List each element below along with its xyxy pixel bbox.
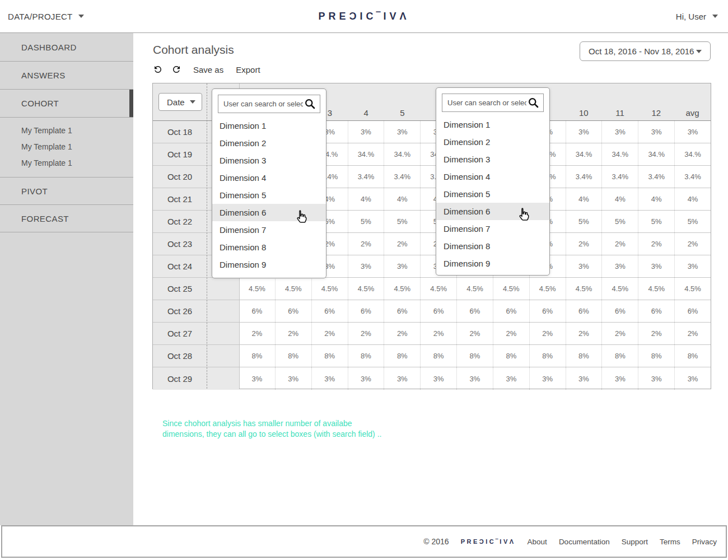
save-as-button[interactable]: Save as bbox=[193, 65, 223, 74]
dropdown-item[interactable]: Dimension 8 bbox=[212, 239, 326, 256]
cell-value: 3% bbox=[529, 367, 566, 390]
project-menu[interactable]: DATA/PROJECT bbox=[8, 0, 84, 32]
row-spacer bbox=[207, 278, 239, 300]
search-input[interactable] bbox=[218, 100, 303, 108]
chevron-down-icon bbox=[78, 15, 84, 18]
dropdown-item[interactable]: Dimension 7 bbox=[212, 221, 326, 239]
column-header: 4 bbox=[348, 108, 384, 118]
annotation-line-2: dimensions, they can all go to select bo… bbox=[162, 429, 381, 440]
cell-value: 8% bbox=[384, 345, 420, 367]
sidebar-item-template-2[interactable]: My Template 1 bbox=[0, 139, 133, 155]
cell-value: 2% bbox=[239, 323, 275, 344]
column-header: 11 bbox=[602, 108, 638, 118]
cell-value: 4.5% bbox=[638, 278, 674, 300]
cell-value: 2% bbox=[601, 323, 638, 344]
undo-icon[interactable] bbox=[153, 64, 163, 74]
sidebar-item-pivot[interactable]: PIVOT bbox=[0, 178, 133, 205]
user-menu[interactable]: Hi, User bbox=[676, 0, 718, 32]
footer-link-terms[interactable]: Terms bbox=[660, 538, 680, 546]
dropdown-search-box[interactable] bbox=[442, 94, 544, 112]
row-date: Oct 24 bbox=[153, 255, 207, 277]
sidebar-templates-group: My Template 1 My Template 1 My Template … bbox=[0, 118, 133, 178]
row-date: Oct 21 bbox=[153, 188, 207, 210]
dropdown-item[interactable]: Dimension 8 bbox=[436, 237, 549, 255]
cell-value: 8% bbox=[456, 345, 493, 367]
export-button[interactable]: Export bbox=[236, 65, 260, 74]
toolbar: Save as Export bbox=[153, 62, 273, 77]
dropdown-item[interactable]: Dimension 5 bbox=[212, 186, 326, 204]
row-date: Oct 23 bbox=[153, 233, 207, 255]
footer-brand-logo: PREƆIC‾IVΛ bbox=[461, 538, 516, 545]
sidebar-item-cohort[interactable]: COHORT bbox=[0, 90, 133, 118]
cell-value: 4.5% bbox=[275, 278, 311, 300]
sidebar-item-label: COHORT bbox=[21, 99, 59, 108]
sidebar-item-template-1[interactable]: My Template 1 bbox=[0, 123, 133, 139]
cell-value: 2% bbox=[384, 233, 420, 255]
cell-value: 3% bbox=[566, 367, 602, 390]
cell-value: 34.% bbox=[638, 143, 674, 165]
dropdown-search-box[interactable] bbox=[218, 95, 320, 113]
dropdown-item[interactable]: Dimension 7 bbox=[436, 220, 549, 237]
dropdown-item[interactable]: Dimension 6 bbox=[212, 204, 326, 221]
cell-value: 2% bbox=[420, 323, 456, 344]
cell-value: 2% bbox=[384, 323, 420, 344]
cell-value: 6% bbox=[456, 300, 493, 322]
cell-value: 3% bbox=[674, 367, 711, 390]
cell-value: 4.5% bbox=[348, 278, 384, 300]
search-icon bbox=[304, 98, 316, 110]
cell-value: 4.5% bbox=[529, 278, 566, 300]
footer-link-support[interactable]: Support bbox=[622, 538, 648, 546]
dropdown-item[interactable]: Dimension 3 bbox=[436, 151, 549, 168]
cell-value: 8% bbox=[674, 345, 711, 367]
row-spacer bbox=[207, 323, 239, 344]
cell-value: 3% bbox=[601, 255, 638, 277]
dropdown-list: Dimension 1Dimension 2Dimension 3Dimensi… bbox=[436, 116, 549, 272]
cell-value: 3% bbox=[384, 121, 420, 143]
row-spacer bbox=[207, 367, 239, 390]
cell-value: 8% bbox=[566, 345, 602, 367]
dropdown-item[interactable]: Dimension 6 bbox=[436, 203, 549, 220]
dropdown-item[interactable]: Dimension 9 bbox=[436, 255, 549, 272]
dropdown-item[interactable]: Dimension 2 bbox=[212, 134, 326, 152]
dropdown-list: Dimension 1Dimension 2Dimension 3Dimensi… bbox=[212, 117, 326, 273]
cell-value: 3% bbox=[311, 367, 348, 390]
cell-value: 2% bbox=[566, 323, 602, 344]
footer-link-about[interactable]: About bbox=[528, 538, 547, 546]
cell-value: 3% bbox=[348, 367, 384, 390]
sidebar-item-dashboard[interactable]: DASHBOARD bbox=[0, 33, 133, 62]
dropdown-item[interactable]: Dimension 1 bbox=[436, 116, 549, 133]
cell-value: 4% bbox=[674, 188, 711, 210]
cell-value: 2% bbox=[348, 233, 384, 255]
sidebar-item-template-3[interactable]: My Template 1 bbox=[0, 155, 133, 171]
cell-value: 4.5% bbox=[566, 278, 602, 300]
redo-icon[interactable] bbox=[171, 64, 181, 74]
cell-value: 2% bbox=[638, 233, 674, 255]
row-date: Oct 18 bbox=[153, 121, 207, 143]
cell-value: 3% bbox=[638, 121, 674, 143]
date-column-dropdown[interactable]: Date bbox=[158, 93, 202, 111]
cell-value: 4% bbox=[566, 188, 602, 210]
cell-value: 8% bbox=[601, 345, 638, 367]
cell-value: 4% bbox=[638, 188, 674, 210]
sidebar-item-forecast[interactable]: FORECAST bbox=[0, 205, 133, 232]
selected-indicator bbox=[129, 90, 133, 117]
cell-value: 6% bbox=[638, 300, 674, 322]
dropdown-item[interactable]: Dimension 2 bbox=[436, 133, 549, 151]
sidebar-item-answers[interactable]: ANSWERS bbox=[0, 62, 133, 90]
cell-value: 6% bbox=[384, 300, 420, 322]
date-range-select[interactable]: Oct 18, 2016 - Nov 18, 2016 bbox=[580, 41, 711, 61]
column-header: 10 bbox=[566, 108, 602, 118]
annotation-note: Since chohort analysis has smaller numbe… bbox=[162, 418, 381, 440]
dropdown-item[interactable]: Dimension 3 bbox=[212, 152, 326, 169]
dropdown-item[interactable]: Dimension 4 bbox=[436, 168, 549, 185]
search-input[interactable] bbox=[442, 99, 526, 107]
dropdown-item[interactable]: Dimension 4 bbox=[212, 169, 326, 186]
row-date: Oct 25 bbox=[153, 278, 207, 300]
dropdown-item[interactable]: Dimension 9 bbox=[212, 256, 326, 273]
dropdown-item[interactable]: Dimension 5 bbox=[436, 185, 549, 203]
annotation-line-1: Since chohort analysis has smaller numbe… bbox=[162, 418, 381, 429]
footer-link-documentation[interactable]: Documentation bbox=[559, 538, 610, 546]
dropdown-item[interactable]: Dimension 1 bbox=[212, 117, 326, 134]
footer-link-privacy[interactable]: Privacy bbox=[692, 538, 717, 546]
cell-value: 4.5% bbox=[493, 278, 529, 300]
